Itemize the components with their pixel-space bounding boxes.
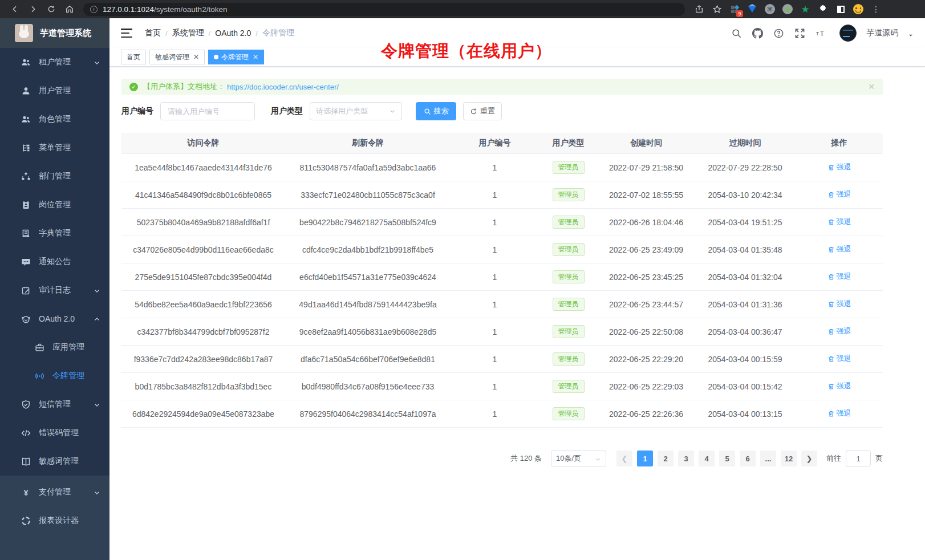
page-button-3[interactable]: 3 (678, 451, 694, 466)
sidebar-item-tenant[interactable]: 租户管理 (0, 48, 109, 76)
page-ellipsis-button[interactable]: ... (760, 451, 776, 466)
breadcrumb-system[interactable]: 系统管理 (172, 28, 204, 38)
share-icon[interactable] (693, 3, 705, 15)
back-button[interactable] (7, 2, 22, 17)
force-logout-button[interactable]: 强退 (827, 381, 851, 391)
browser-menu-icon[interactable]: ⋮ (870, 3, 882, 15)
github-icon[interactable] (752, 27, 763, 39)
puzzle-extensions-icon[interactable] (817, 3, 829, 15)
page-buttons: 123456...12 (637, 451, 797, 466)
sidebar-item-token[interactable]: 令牌管理 (0, 362, 109, 390)
table-row: c342377bf8b344799dcbf7bf095287f29ce8ef2a… (121, 318, 883, 346)
tag-close-icon[interactable]: ✕ (253, 53, 258, 61)
extension-gem-icon[interactable] (746, 3, 758, 15)
forward-button[interactable] (26, 2, 40, 17)
sidebar-item-dict[interactable]: 字典管理 (0, 219, 109, 247)
next-page-button[interactable]: ❯ (801, 451, 817, 466)
page-button-6[interactable]: 6 (740, 451, 756, 466)
page-button-1[interactable]: 1 (637, 451, 653, 466)
force-logout-button[interactable]: 强退 (827, 217, 851, 227)
sidebar-item-pay[interactable]: ¥支付管理 (0, 478, 109, 506)
tag-首页[interactable]: 首页 (121, 50, 146, 64)
force-logout-button[interactable]: 强退 (827, 354, 851, 364)
sidebar-item-sms[interactable]: 短信管理 (0, 390, 109, 419)
dict-book-icon (21, 228, 31, 238)
sidebar-item-label: 菜单管理 (39, 143, 71, 153)
sidebar-item-dept[interactable]: 部门管理 (0, 162, 109, 190)
sidebar-item-report[interactable]: 报表设计器 (0, 506, 109, 535)
sidebar-item-app[interactable]: 应用管理 (0, 333, 109, 362)
alert-close-icon[interactable]: ✕ (868, 82, 875, 91)
sidebar-item-menu[interactable]: 菜单管理 (0, 133, 109, 162)
force-logout-button[interactable]: 强退 (827, 271, 851, 282)
cell-created-time: 2022-07-02 18:55:55 (598, 190, 695, 200)
sidebar-logo[interactable]: 芋道管理系统 (0, 18, 109, 48)
reload-button[interactable] (44, 2, 59, 17)
cell-user-id: 1 (451, 245, 539, 254)
address-bar[interactable]: i 127.0.0.1:1024/system/oauth2/token (83, 3, 685, 16)
bookmark-star-icon[interactable] (711, 3, 723, 15)
user-id-input[interactable] (160, 102, 255, 120)
sidebar-item-audit[interactable]: 审计日志 (0, 276, 109, 305)
help-icon[interactable] (773, 27, 784, 39)
total-count: 共 120 条 (510, 453, 542, 464)
column-header: 访问令牌 (121, 138, 285, 148)
force-logout-button[interactable]: 强退 (827, 189, 851, 200)
user-name[interactable]: 芋道源码 (866, 28, 898, 38)
user-type-select[interactable]: 请选择用户类型 (310, 102, 402, 120)
tag-敏感词管理[interactable]: 敏感词管理✕ (149, 50, 205, 64)
force-logout-button[interactable]: 强退 (827, 162, 851, 172)
cell-refresh-token: be90422b8c7946218275a508bf524fc9 (285, 218, 451, 227)
extension-command-icon[interactable]: ⌘ (764, 3, 776, 15)
search-button[interactable]: 搜索 (416, 102, 456, 120)
cell-user-id: 1 (451, 409, 539, 419)
cell-action: 强退 (796, 189, 883, 200)
home-button[interactable] (62, 2, 77, 17)
collapse-sidebar-icon[interactable] (121, 29, 132, 38)
tag-令牌管理[interactable]: 令牌管理✕ (208, 50, 264, 64)
force-logout-button[interactable]: 强退 (827, 299, 851, 309)
reset-button[interactable]: 重置 (463, 102, 502, 120)
extension-blocks-icon[interactable]: 9 (728, 3, 741, 15)
force-logout-button[interactable]: 强退 (827, 244, 851, 254)
fullscreen-icon[interactable] (794, 27, 805, 39)
force-logout-button[interactable]: 强退 (827, 408, 851, 419)
sidebar-item-oauth[interactable]: OAuth 2.0 (0, 305, 109, 333)
extension-record-icon[interactable] (781, 3, 794, 15)
goto-page-input[interactable] (846, 451, 871, 466)
page-size-select[interactable]: 10条/页 (551, 451, 606, 466)
doc-link[interactable]: https://doc.iocoder.cn/user-center/ (227, 83, 339, 91)
audit-edit-icon (21, 285, 31, 295)
cell-refresh-token: 811c530487574fa0af1a59d3abc1aa66 (285, 163, 451, 172)
menu-section-light: ¥支付管理报表设计器 (0, 476, 109, 535)
tag-close-icon[interactable]: ✕ (193, 53, 199, 61)
sidebar-item-errcode[interactable]: 错误码管理 (0, 419, 109, 447)
font-size-icon[interactable]: TT (815, 27, 826, 39)
sidebar-item-post[interactable]: 岗位管理 (0, 190, 109, 219)
breadcrumb-home[interactable]: 首页 (145, 28, 161, 38)
extension-star-icon[interactable]: ★ (799, 3, 812, 15)
page-button-2[interactable]: 2 (658, 451, 674, 466)
chevron-up-icon (94, 315, 100, 322)
filter-bar: 用户编号 用户类型 请选择用户类型 搜索 重置 (121, 102, 883, 120)
breadcrumb-oauth[interactable]: OAuth 2.0 (215, 29, 251, 38)
emoji-extension-icon[interactable] (852, 3, 865, 15)
sidebar-item-role[interactable]: 角色管理 (0, 105, 109, 133)
site-info-icon[interactable]: i (90, 6, 98, 13)
force-logout-button[interactable]: 强退 (827, 326, 851, 336)
content-area: ✓ 【用户体系】文档地址： https://doc.iocoder.cn/use… (109, 79, 925, 466)
sidebar-item-sensitive[interactable]: 敏感词管理 (0, 447, 109, 476)
side-panel-icon[interactable] (834, 3, 847, 15)
sidebar-item-user[interactable]: 用户管理 (0, 76, 109, 105)
extension-badge: 9 (736, 10, 743, 17)
cell-user-type: 管理员 (539, 380, 598, 393)
user-avatar[interactable] (839, 25, 857, 42)
page-button-12[interactable]: 12 (781, 451, 797, 466)
prev-page-button[interactable]: ❮ (616, 451, 632, 466)
page-button-4[interactable]: 4 (699, 451, 715, 466)
chevron-down-icon[interactable] (908, 30, 914, 36)
sidebar-item-notice[interactable]: 通知公告 (0, 247, 109, 276)
search-icon[interactable] (731, 27, 742, 39)
page-button-5[interactable]: 5 (719, 451, 735, 466)
alert-banner: ✓ 【用户体系】文档地址： https://doc.iocoder.cn/use… (121, 79, 883, 95)
